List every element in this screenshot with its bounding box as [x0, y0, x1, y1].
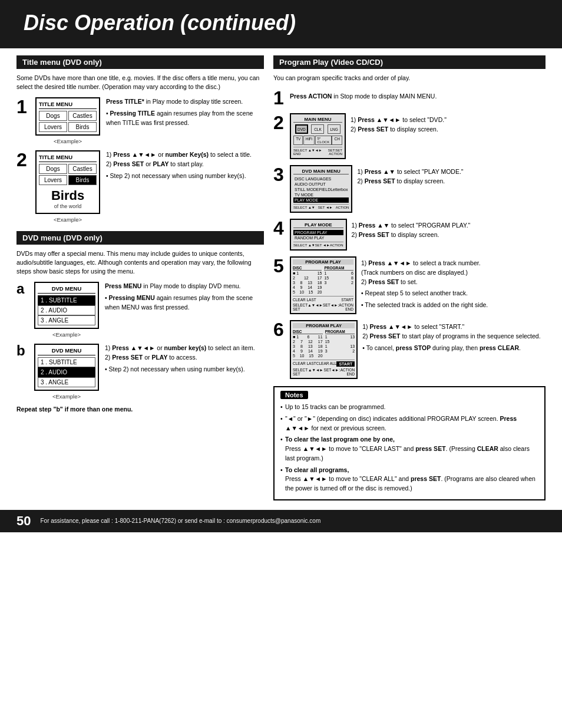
p6r3d: 18 — [318, 344, 323, 348]
set5: SET◄► — [323, 303, 338, 307]
menu-item-castles: Castles — [68, 111, 97, 121]
prog-disc-col: DISC ■ 115 21217 381318 491419 5101520 — [293, 266, 322, 294]
p6r3c: 13 — [308, 344, 313, 348]
prog-step2: 2 MAIN MENU DVD CLK LNG TV HiFi 5³CLOCK … — [273, 113, 546, 159]
step-b-text: 1) Press ▲▼◄► or number key(s) to select… — [105, 344, 255, 374]
program-play-intro: You can program specific tracks and orde… — [273, 74, 546, 83]
dvd-step-b: b DVD MENU 1 . SUBTITLE 2 . AUDIO 3 . AN… — [16, 344, 264, 400]
title-menu-step1: 1 TITLE MENU Dogs Castles Lovers Birds <… — [16, 97, 264, 144]
pp3a: 3 — [324, 281, 326, 285]
notes-section: Notes Up to 15 tracks can be programmed.… — [273, 386, 546, 500]
menu2-birds: Birds — [68, 175, 97, 185]
title-menu-step2: 2 TITLE MENU Dogs Castles Lovers Birds B… — [16, 150, 264, 222]
pp6-1: 113 — [325, 334, 355, 339]
page-number: 50 — [16, 513, 31, 529]
pms-set: SET ◄► — [315, 243, 330, 247]
dvd-menu-display: DVD MENU 1 . SUBTITLE 2 . AUDIO 3 . ANGL… — [34, 282, 99, 329]
pms-select: SELECT ▲▼ — [293, 243, 315, 247]
step-a-bullet: • Pressing MENU again resumes play from … — [105, 294, 264, 312]
p6r2b: 7 — [300, 340, 303, 344]
left-column: Title menu (DVD only) Some DVDs have mor… — [16, 55, 264, 500]
dvd-item-audio: 2 . AUDIO — [38, 305, 95, 315]
p6r4: 491419 — [293, 348, 323, 353]
p6r5d: 20 — [318, 354, 323, 358]
step2-menu-box: TITLE MENU Dogs Castles Lovers Birds Bir… — [35, 150, 100, 222]
pr5: 5101520 — [293, 289, 322, 294]
action5: :ACTION — [338, 303, 353, 307]
p6r1c: 11 — [318, 335, 323, 339]
r4m: 14 — [308, 285, 312, 289]
prog-step5-text: 1) Press ▲▼◄► to select a track number. … — [361, 256, 488, 310]
select5: SELECT — [293, 303, 308, 307]
prog-title6: PROGRAM PLAY — [293, 323, 355, 328]
menu-label: TITLE MENU — [39, 101, 97, 109]
pms-program: PROGRAM PLAY — [293, 230, 343, 235]
dvd-menu-section: DVD menu (DVD only) DVDs may offer a spe… — [16, 231, 264, 413]
pr4: 491419 — [293, 285, 322, 289]
right-column: Program Play (Video CD/CD) You can progr… — [273, 55, 546, 500]
dvd-menu-header: DVD menu (DVD only) — [16, 231, 264, 245]
pp2b: 8 — [351, 276, 353, 280]
clear-all6: CLEAR ALL — [316, 361, 337, 367]
dms-tv-mode: TV MODE — [293, 192, 349, 197]
dvd-step-a: a DVD MENU 1 . SUBTITLE 2 . AUDIO 3 . AN… — [16, 282, 264, 338]
dvd-menu-label: DVD MENU — [38, 285, 95, 294]
title-menu-display: TITLE MENU Dogs Castles Lovers Birds — [35, 97, 100, 136]
dvd-menu-display-b: DVD MENU 1 . SUBTITLE 2 . AUDIO 3 . ANGL… — [34, 344, 99, 391]
dvd-menu-label-b: DVD MENU — [38, 347, 95, 355]
dms-select: SELECT ▲▼ — [293, 206, 315, 209]
menu2-castles: Castles — [68, 164, 97, 174]
dms-audio: AUDIO OUTPUT — [293, 182, 349, 187]
r4o: 19 — [318, 285, 322, 289]
prog-step5-num: 5 — [273, 256, 285, 275]
menu-item-lovers: Lovers — [39, 122, 67, 132]
pp62a: 15 — [325, 340, 330, 344]
p6r3a: 3 — [293, 344, 295, 348]
language-icon: LNG — [328, 124, 340, 134]
menu-grid2: Dogs Castles Lovers Birds — [39, 164, 97, 185]
dms-letterbox: Letterbox — [330, 187, 348, 192]
prog-step6: 6 PROGRAM PLAY DISC ■ 1611 271217 381318… — [273, 320, 546, 379]
dms-play-mode: PLAY MODE — [293, 197, 349, 203]
dms-title: DVD MAIN MENU — [293, 169, 349, 174]
prog-table6: DISC ■ 1611 271217 381318 491419 5101520… — [293, 330, 355, 358]
note-item-3: To clear the last program one by one,Pre… — [280, 435, 538, 463]
mm-title: MAIN MENU — [293, 117, 342, 123]
dvd-icon: DVD — [295, 124, 308, 134]
p6r5a: 5 — [293, 354, 295, 358]
prog-title5: PROGRAM PLAY — [293, 259, 353, 265]
mm-icons-row: DVD CLK LNG — [293, 124, 342, 134]
step1-example: <Example> — [35, 138, 100, 144]
menu-item-dogs: Dogs — [39, 111, 67, 121]
p6r5b: 10 — [300, 354, 305, 358]
menu-grid: Dogs Castles Lovers Birds — [39, 111, 97, 132]
step1-bullet: • Pressing TITLE again resumes play from… — [106, 109, 264, 128]
pp61b: 13 — [350, 335, 355, 339]
mm-clock2: 5³CLOCK — [315, 136, 332, 145]
play-mode-screen: PLAY MODE PROGRAM PLAY RANDOM PLAY SELEC… — [290, 219, 347, 251]
step2-content: TITLE MENU Dogs Castles Lovers Birds Bir… — [35, 150, 264, 222]
step2-number: 2 — [16, 150, 29, 169]
main-menu-screen: MAIN MENU DVD CLK LNG TV HiFi 5³CLOCK CH… — [290, 113, 346, 159]
dvd-item-angle: 3 . ANGLE — [38, 315, 95, 325]
r4n: 9 — [300, 285, 303, 289]
step1-press-text: Press TITLE* in Play mode to display tit… — [106, 98, 243, 105]
p6r2c: 12 — [308, 340, 313, 344]
pr3: 381318 — [293, 280, 322, 285]
pms-title: PLAY MODE — [293, 222, 343, 228]
step1-menu-box: TITLE MENU Dogs Castles Lovers Birds <Ex… — [35, 97, 100, 144]
pp61a: 1 — [325, 335, 328, 339]
clear-last5: CLEAR LAST — [293, 298, 316, 302]
step-b-instruction2: 2) Press SET or PLAY to access. — [105, 354, 197, 361]
prog-step3: 3 DVD MAIN MENU DISC LANGUAGES AUDIO OUT… — [273, 165, 546, 213]
r5o: 20 — [318, 290, 322, 294]
dms-action: ACTION — [336, 206, 349, 209]
dms-disc-lang: DISC LANGUAGES — [293, 176, 349, 182]
prog-table5: DISC ■ 115 21217 381318 491419 5101520 P… — [293, 266, 353, 294]
pp63b: 13 — [350, 344, 355, 348]
prog-step1-num: 1 — [273, 88, 285, 107]
pp6-3: 113 — [325, 344, 355, 348]
menu-label2: TITLE MENU — [39, 154, 97, 162]
p6r5c: 15 — [309, 354, 313, 358]
p6r3b: 8 — [300, 344, 303, 348]
